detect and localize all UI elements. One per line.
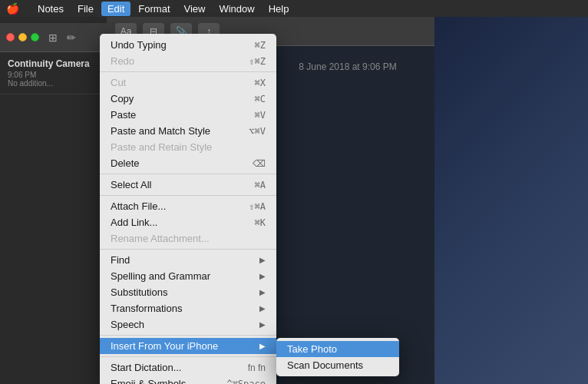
separator-6	[100, 356, 276, 357]
iphone-arrow-icon: ▶	[259, 342, 266, 350]
menu-copy[interactable]: Copy ⌘C	[100, 91, 276, 107]
shortcut-undo: ⌘Z	[255, 40, 266, 51]
separator-3	[100, 195, 276, 196]
menu-redo[interactable]: Redo ⇧⌘Z	[100, 53, 276, 69]
menu-cut[interactable]: Cut ⌘X	[100, 74, 276, 91]
shortcut-copy: ⌘C	[255, 94, 266, 104]
menu-insert-from-iphone[interactable]: Insert From Your iPhone ▶ Take Photo Sca…	[100, 338, 276, 354]
shortcut-paste: ⌘V	[255, 110, 266, 121]
menu-paste[interactable]: Paste ⌘V	[100, 107, 276, 123]
submenu-scan-documents[interactable]: Scan Documents	[276, 357, 399, 373]
shortcut-delete: ⌫	[253, 158, 266, 169]
shortcut-paste-match: ⌥⌘V	[249, 126, 266, 137]
transformations-arrow-icon: ▶	[259, 304, 266, 313]
menu-paste-retain-style[interactable]: Paste and Retain Style	[100, 139, 276, 155]
menu-spelling-grammar[interactable]: Spelling and Grammar ▶	[100, 268, 276, 284]
substitutions-arrow-icon: ▶	[259, 288, 266, 296]
titlebar: 🍎 Notes File Edit Format View Window Hel…	[0, 0, 588, 17]
shortcut-emoji: ^⌘Space	[226, 379, 266, 385]
dropdown-overlay: Undo Typing ⌘Z Redo ⇧⌘Z Cut ⌘X Copy ⌘C P…	[0, 34, 588, 384]
menu-edit[interactable]: Edit	[101, 2, 130, 16]
edit-menu-dropdown: Undo Typing ⌘Z Redo ⇧⌘Z Cut ⌘X Copy ⌘C P…	[100, 34, 276, 384]
shortcut-redo: ⇧⌘Z	[249, 56, 266, 67]
menu-notes[interactable]: Notes	[31, 2, 70, 16]
menu-rename-attachment[interactable]: Rename Attachment...	[100, 230, 276, 247]
menu-substitutions[interactable]: Substitutions ▶	[100, 284, 276, 300]
separator-4	[100, 249, 276, 250]
menu-transformations[interactable]: Transformations ▶	[100, 300, 276, 316]
menu-window[interactable]: Window	[213, 2, 260, 16]
menu-select-all[interactable]: Select All ⌘A	[100, 177, 276, 193]
shortcut-select-all: ⌘A	[255, 180, 266, 190]
find-arrow-icon: ▶	[259, 256, 266, 264]
menu-file[interactable]: File	[71, 2, 100, 16]
menu-view[interactable]: View	[178, 2, 212, 16]
menu-find[interactable]: Find ▶	[100, 252, 276, 268]
menu-speech[interactable]: Speech ▶	[100, 316, 276, 333]
menu-undo-typing[interactable]: Undo Typing ⌘Z	[100, 37, 276, 53]
menu-format[interactable]: Format	[132, 2, 176, 16]
separator-1	[100, 71, 276, 72]
separator-5	[100, 335, 276, 336]
spelling-arrow-icon: ▶	[259, 272, 266, 280]
speech-arrow-icon: ▶	[259, 320, 266, 329]
app-window: ⊞ ✏ Continuity Camera 9:06 PM No additio…	[0, 17, 588, 384]
menu-help[interactable]: Help	[263, 2, 296, 16]
menu-attach-file[interactable]: Attach File... ⇧⌘A	[100, 198, 276, 214]
submenu-take-photo[interactable]: Take Photo	[276, 341, 399, 357]
menu-emoji-symbols[interactable]: Emoji & Symbols ^⌘Space	[100, 376, 276, 384]
shortcut-dictation: fn fn	[248, 362, 266, 373]
menu-bar: Notes File Edit Format View Window Help	[31, 2, 295, 16]
menu-delete[interactable]: Delete ⌫	[100, 155, 276, 171]
menu-add-link[interactable]: Add Link... ⌘K	[100, 214, 276, 230]
shortcut-attach: ⇧⌘A	[249, 201, 266, 212]
shortcut-cut: ⌘X	[255, 78, 266, 88]
iphone-submenu: Take Photo Scan Documents	[276, 338, 399, 376]
menu-start-dictation[interactable]: Start Dictation... fn fn	[100, 359, 276, 376]
separator-2	[100, 174, 276, 174]
menu-paste-match-style[interactable]: Paste and Match Style ⌥⌘V	[100, 123, 276, 139]
apple-logo[interactable]: 🍎	[6, 2, 19, 15]
shortcut-link: ⌘K	[255, 217, 266, 228]
